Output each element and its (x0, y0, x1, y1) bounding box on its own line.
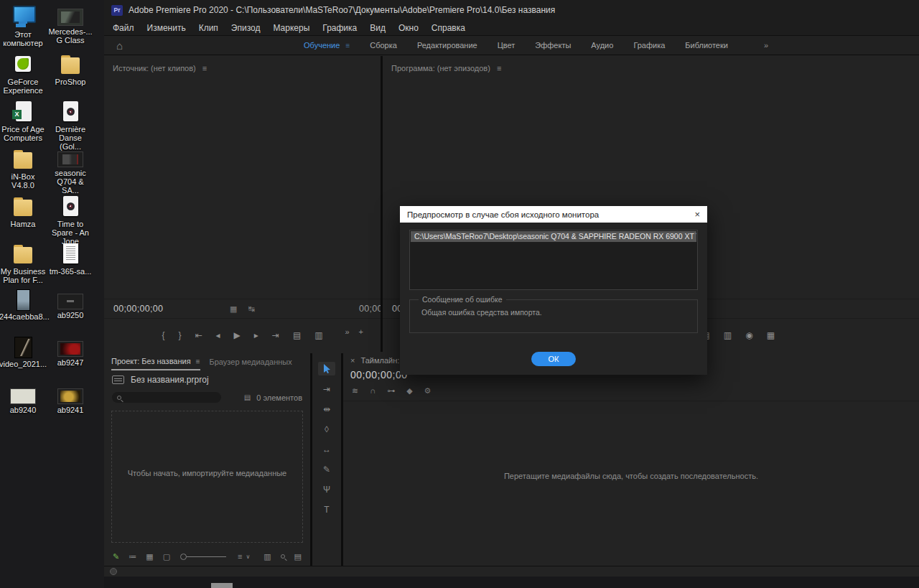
play-icon[interactable]: ▶ (234, 330, 241, 340)
hand-tool[interactable]: Ψ (318, 482, 335, 496)
extract-icon[interactable]: ▥ (724, 330, 732, 340)
step-back-icon[interactable]: ◂ (216, 330, 220, 340)
desktop-icon-proshop[interactable]: ProShop (47, 53, 93, 101)
drag-video-icon[interactable]: ↹ (248, 304, 256, 314)
button-editor-icon[interactable]: » (345, 327, 349, 336)
mark-in-icon[interactable]: { (162, 330, 164, 340)
linked-selection-icon[interactable]: ⊶ (387, 386, 395, 396)
menu-window[interactable]: Окно (392, 23, 425, 33)
workspace-tab-audio[interactable]: Аудио (591, 41, 613, 50)
selection-tool[interactable] (318, 362, 335, 375)
failed-file-row[interactable]: C:\Users\MaSTeRoo7\Desktop\seasonic Q704… (411, 231, 696, 242)
desktop-icon-this-pc[interactable]: Этот компьютер (0, 6, 46, 53)
menu-graphics[interactable]: Графика (316, 23, 363, 33)
menu-help[interactable]: Справка (425, 23, 472, 33)
desktop-icon-mercedes[interactable]: Mercedes-... G Class (47, 6, 93, 53)
desktop-icon-geforce[interactable]: GeForce Experience (0, 53, 46, 101)
program-monitor-header: Программа: (нет эпизодов) ≡ (383, 56, 919, 75)
menu-edit[interactable]: Изменить (141, 23, 192, 33)
insert-icon[interactable]: ▤ (293, 330, 301, 340)
slip-tool[interactable]: ↔ (318, 442, 335, 456)
folder-icon (10, 243, 36, 265)
goto-in-icon[interactable]: ⇤ (195, 330, 202, 340)
mark-out-icon[interactable]: } (178, 330, 181, 340)
ripple-edit-tool[interactable]: ⇹ (318, 402, 335, 416)
comparison-view-icon[interactable]: ▦ (767, 330, 775, 340)
menu-file[interactable]: Файл (106, 23, 141, 33)
add-button-icon[interactable]: + (359, 327, 363, 336)
tab-project[interactable]: Проект: Без названия ≡ (111, 353, 200, 370)
desktop-icon-inbox[interactable]: iN-Box V4.8.0 (0, 148, 46, 195)
workspace-menu-icon[interactable]: ≡ (345, 42, 350, 50)
pen-tool[interactable]: ✎ (318, 462, 335, 476)
new-bin-icon[interactable]: ▤ (294, 552, 302, 561)
automate-to-sequence-icon[interactable]: ▥ (263, 552, 271, 561)
sort-icons-group[interactable]: ≡ ∨ (238, 552, 250, 561)
desktop-icon-seasonic[interactable]: seasonic Q704 & SA... (47, 148, 93, 195)
goto-out-icon[interactable]: ⇥ (272, 330, 279, 340)
dialog-title: Предпросмотр в случае сбоя исходного мон… (407, 210, 599, 219)
program-monitor-title: Программа: (нет эпизодов) (391, 64, 490, 73)
desktop-icon-time-to-spare[interactable]: Time to Spare - An Jone (47, 195, 93, 243)
close-icon[interactable]: × (694, 209, 700, 220)
failed-files-list[interactable]: C:\Users\MaSTeRoo7\Desktop\seasonic Q704… (409, 230, 698, 290)
timeline-display-settings-icon[interactable]: ≋ (352, 386, 358, 396)
workspace-tab-assembly[interactable]: Сборка (370, 41, 397, 50)
zoom-slider[interactable] (182, 556, 226, 557)
desktop-icon-hamza[interactable]: Hamza (0, 195, 46, 243)
workspace-tab-graphics[interactable]: Графика (633, 41, 665, 50)
dialog-title-bar[interactable]: Предпросмотр в случае сбоя исходного мон… (400, 206, 707, 223)
menu-view[interactable]: Вид (363, 23, 392, 33)
project-file-icon (112, 375, 124, 384)
desktop-icon-derniere-danse[interactable]: Dernière Danse (Gol... (47, 101, 93, 148)
step-forward-icon[interactable]: ▸ (254, 330, 258, 340)
desktop-icon-business-plan[interactable]: My Business Plan for F... (0, 243, 46, 290)
close-icon[interactable]: × (350, 356, 355, 365)
workspace-tab-learning[interactable]: Обучение ≡ (304, 41, 350, 50)
desktop-icon-label: video_2021... (0, 360, 47, 368)
snap-icon[interactable]: ∩ (370, 386, 375, 396)
desktop-icon-244caebba8[interactable]: 244caebba8... (0, 290, 46, 337)
desktop-icon-video2021[interactable]: video_2021... (0, 337, 46, 385)
desktop-icon-ab9250[interactable]: ab9250 (47, 290, 93, 337)
panel-menu-icon[interactable]: ≡ (196, 358, 200, 365)
desktop-icon-ab9247[interactable]: ab9247 (47, 337, 93, 385)
menu-clip[interactable]: Клип (192, 23, 225, 33)
type-tool[interactable]: T (318, 503, 335, 516)
search-input[interactable] (112, 392, 221, 403)
home-icon[interactable]: ⌂ (116, 39, 123, 52)
razor-tool[interactable]: ◊ (318, 422, 335, 436)
project-file-row[interactable]: Без названия.prproj (104, 370, 310, 389)
workspace-tab-color[interactable]: Цвет (498, 41, 516, 50)
workspace-tab-editing[interactable]: Редактирование (417, 41, 477, 50)
text-file-icon (57, 243, 83, 265)
timeline-toolbar: ≋ ∩ ⊶ ◆ ⚙ (343, 381, 919, 401)
workspace-tab-effects[interactable]: Эффекты (535, 41, 571, 50)
panel-menu-icon[interactable]: ≡ (497, 64, 501, 73)
ok-button[interactable]: ОК (531, 352, 576, 366)
icon-view-icon[interactable]: ▦ (146, 552, 153, 561)
desktop-icon-ab9240[interactable]: ab9240 (0, 385, 46, 432)
timeline-track-area[interactable]: Перетащите медиафайлы сюда, чтобы создат… (343, 401, 919, 566)
desktop-icon-price-of-age[interactable]: Price of Age Computers (0, 101, 46, 148)
media-drop-zone[interactable]: Чтобы начать, импортируйте медиаданные (111, 411, 303, 543)
writable-pencil-icon[interactable]: ✎ (113, 552, 119, 561)
export-frame-icon[interactable]: ◉ (745, 330, 752, 340)
project-search-row: ▤ 0 элементов (104, 389, 310, 406)
panel-menu-icon[interactable]: ≡ (202, 64, 207, 73)
find-icon[interactable] (281, 554, 285, 559)
freeform-view-icon[interactable]: ▢ (163, 552, 170, 561)
workspace-tab-libraries[interactable]: Библиотеки (685, 41, 728, 50)
desktop-icon-ab9241[interactable]: ab9241 (47, 385, 93, 432)
track-select-tool[interactable]: ⇥ (318, 382, 335, 396)
menu-sequence[interactable]: Эпизод (225, 23, 267, 33)
tab-media-browser[interactable]: Браузер медиаданных (210, 358, 292, 366)
workspace-overflow-icon[interactable]: » (764, 41, 768, 50)
add-marker-icon[interactable]: ◆ (406, 386, 412, 396)
list-view-icon[interactable]: ≔ (129, 552, 136, 561)
output-settings-icon[interactable]: ▦ (230, 304, 238, 314)
menu-markers[interactable]: Маркеры (266, 23, 316, 33)
timeline-settings-wrench-icon[interactable]: ⚙ (424, 386, 431, 396)
desktop-icon-tm365[interactable]: tm-365-sa... (47, 243, 93, 290)
overwrite-icon[interactable]: ▥ (314, 330, 322, 340)
